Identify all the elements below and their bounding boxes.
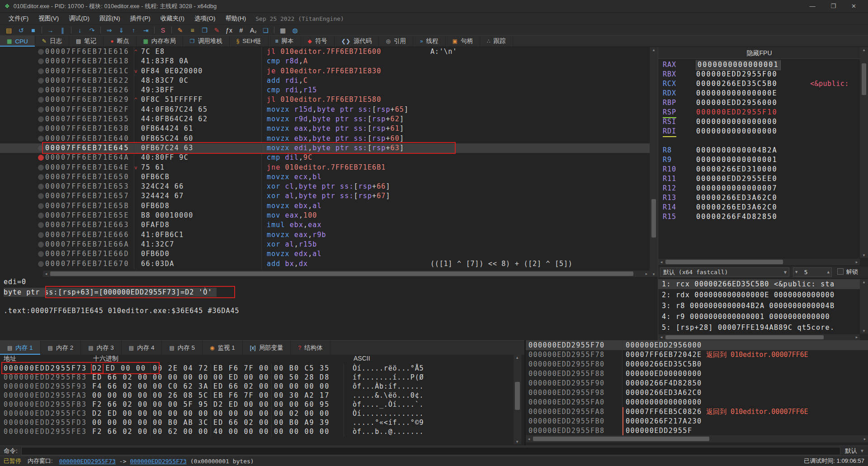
disasm-vscrollbar[interactable]: ▴ ▾ bbox=[650, 47, 658, 277]
register-row[interactable]: R15 00000266F4D82850 bbox=[658, 212, 868, 222]
toolbar-icon[interactable]: S bbox=[157, 25, 169, 35]
memory-tab[interactable]: ▤ 内存 3 bbox=[81, 341, 122, 355]
toolbar-icon[interactable]: ↓ bbox=[74, 25, 86, 35]
hex-dump-row[interactable]: 000000EDD2955FD3 00 00 00 00 00 B0 AB 3C… bbox=[0, 418, 524, 427]
register-row[interactable]: R11 000000EDD2955EE0 bbox=[658, 174, 868, 184]
breakpoint-dot[interactable] bbox=[38, 78, 44, 84]
register-row[interactable]: RBP 000000EDD2956000 bbox=[658, 98, 868, 108]
view-tab[interactable]: ◎ 引用 bbox=[379, 36, 413, 47]
breakpoint-dot[interactable] bbox=[38, 222, 44, 228]
unlock-checkbox[interactable] bbox=[837, 268, 844, 275]
toolbar-icon[interactable] bbox=[274, 27, 274, 33]
stack-row[interactable]: 000000EDD2955FB8 000000EDD2955F bbox=[526, 426, 868, 435]
breakpoint-dot[interactable] bbox=[38, 242, 44, 247]
toolbar-icon[interactable]: ∥ bbox=[57, 25, 69, 35]
breakpoint-dot[interactable] bbox=[38, 251, 44, 257]
calling-convention-select[interactable]: 默认 (x64 fastcall) ▼ bbox=[660, 267, 789, 277]
register-value[interactable]: 00000266ED3A62C0 bbox=[696, 193, 778, 203]
argument-count-stepper[interactable]: ▼ 5 ▲ bbox=[793, 267, 832, 277]
breakpoint-dot[interactable] bbox=[38, 49, 44, 55]
register-row[interactable]: R13 00000266ED3A62C0 bbox=[658, 193, 868, 203]
view-tab[interactable]: ● 断点 bbox=[104, 36, 136, 47]
toolbar-icon[interactable] bbox=[100, 27, 101, 33]
argument-row[interactable]: 1: rcx 00000266ED35C5B0 <&public: sta bbox=[658, 279, 860, 289]
register-value[interactable]: 00000266ED3A62C0 bbox=[696, 203, 778, 212]
toolbar-icon[interactable]: ✎ bbox=[211, 25, 223, 35]
hex-dump-row[interactable]: 000000EDD2955F83 ED 66 02 00 00 00 00 00… bbox=[0, 373, 524, 382]
view-tab[interactable]: ▤ 笔记 bbox=[69, 36, 104, 47]
stack-row[interactable]: 000000EDD2955FA0 0000000000000000 bbox=[526, 398, 868, 407]
memory-tab[interactable]: [x] 局部变量 bbox=[243, 341, 291, 355]
argument-row[interactable]: 3: r8 0000000000004B2A 0000000000004B bbox=[658, 301, 860, 311]
register-value[interactable]: 000000EDD2955EE0 bbox=[696, 174, 778, 184]
register-value[interactable]: 0000000000000000 bbox=[696, 127, 778, 136]
disasm-row[interactable]: 00007FF6EB71E62F 44:0FB67C24 65 movzx r1… bbox=[0, 105, 650, 114]
register-value[interactable]: 0000000000000007 bbox=[696, 184, 778, 193]
toolbar-icon[interactable] bbox=[42, 27, 42, 33]
disasm-row[interactable]: 00007FF6EB71E666 41:0FB6C1 movzx eax,r9b bbox=[0, 230, 650, 240]
chevron-down-icon[interactable]: ▼ bbox=[795, 268, 797, 276]
dump-vscrollbar[interactable]: ▴ ▾ bbox=[514, 355, 521, 444]
view-tab[interactable]: ◆ 符号 bbox=[301, 36, 335, 47]
disasm-row[interactable]: 00007FF6EB71E66A 41:32C7 xor al,r15b bbox=[0, 240, 650, 249]
toolbar-icon[interactable]: A₂ bbox=[247, 25, 259, 35]
view-tab[interactable]: ▣ 句柄 bbox=[446, 36, 480, 47]
register-row[interactable]: RSP 000000EDD2955F10 bbox=[658, 108, 868, 117]
register-row[interactable]: R9 0000000000000001 bbox=[658, 155, 868, 165]
stack-row[interactable]: 000000EDD2955FB0 00000266F217A230 bbox=[526, 417, 868, 426]
toolbar-icon[interactable]: ❒ bbox=[198, 25, 211, 35]
breakpoint-dot[interactable] bbox=[38, 184, 44, 190]
toolbar-icon[interactable] bbox=[71, 27, 71, 33]
disasm-row[interactable]: 00007FF6EB71E64E v 75 61 jne 010editor.7… bbox=[0, 163, 650, 172]
disasm-row[interactable]: 00007FF6EB71E670 66:03DA add bx,dx (([1]… bbox=[0, 259, 650, 269]
menu-item[interactable]: 跟踪(N) bbox=[94, 14, 125, 23]
breakpoint-dot[interactable] bbox=[38, 68, 44, 74]
breakpoint-dot[interactable] bbox=[38, 203, 44, 209]
breakpoint-dot[interactable] bbox=[38, 193, 44, 199]
hex-dump-row[interactable]: 000000EDD2955FE3 F2 66 02 00 00 62 00 00… bbox=[0, 427, 524, 436]
register-value[interactable]: 00000266ED35C5B0 bbox=[696, 79, 778, 89]
breakpoint-dot[interactable] bbox=[38, 145, 44, 151]
register-value[interactable]: 0000000000000001 bbox=[696, 155, 778, 165]
argument-row[interactable]: 4: r9 0000000000000001 0000000000000 bbox=[658, 312, 860, 322]
hide-fpu-button[interactable]: 隐藏FPU bbox=[658, 47, 860, 59]
breakpoint-dot[interactable] bbox=[38, 232, 44, 238]
view-tab[interactable]: ✎ 日志 bbox=[35, 36, 69, 47]
argument-row[interactable]: 5: [rsp+28] 00007FFE194AB89C qt5core. bbox=[658, 323, 860, 333]
toolbar-icon[interactable]: ↺ bbox=[15, 25, 27, 35]
memory-address-link[interactable]: 000000EDD2955F73 bbox=[57, 458, 118, 465]
menu-item[interactable]: 插件(P) bbox=[125, 14, 156, 23]
register-row[interactable]: R8 0000000000004B2A bbox=[658, 146, 868, 155]
menu-item[interactable]: 收藏夹(I) bbox=[156, 14, 189, 23]
register-value[interactable]: 000000EDD2956000 bbox=[696, 98, 778, 108]
toolbar-icon[interactable]: → bbox=[44, 25, 57, 35]
disasm-row[interactable]: 00007FF6EB71E629 ^ 0F8C 51FFFFFF jl 010e… bbox=[0, 95, 650, 105]
register-value[interactable]: 0000000000000001 bbox=[696, 60, 780, 70]
disasm-row[interactable]: 00007FF6EB71E616 ^ 7C E8 jl 010editor.7F… bbox=[0, 47, 650, 57]
register-value[interactable]: 00000266F4D82850 bbox=[696, 212, 778, 222]
disasm-row[interactable]: 00007FF6EB71E61C v 0F84 0E020000 je 010e… bbox=[0, 67, 650, 76]
hex-dump-row[interactable]: 000000EDD2955FA3 00 00 00 00 00 26 08 5C… bbox=[0, 391, 524, 400]
view-tab[interactable]: ❒ 调用堆栈 bbox=[183, 36, 230, 47]
register-row[interactable]: RBX 000000EDD2955F00 bbox=[658, 70, 868, 79]
registers-vscrollbar[interactable]: ▴ ▾ bbox=[860, 47, 868, 258]
hex-dump-row[interactable]: 000000EDD2955FC3 D2 ED 00 00 00 00 00 00… bbox=[0, 409, 524, 418]
memory-tab[interactable]: ▤ 内存 1 bbox=[0, 341, 41, 355]
breakpoint-dot[interactable] bbox=[38, 107, 44, 113]
disasm-hscrollbar[interactable]: ◂ ▸ bbox=[43, 271, 650, 277]
stack-row[interactable]: 000000EDD2955F70 000000EDD2956000 bbox=[526, 341, 868, 350]
memory-tab[interactable]: ? 结构体 bbox=[291, 341, 330, 355]
toolbar-icon[interactable]: ⇒ bbox=[103, 25, 115, 35]
disasm-row[interactable]: 00007FF6EB71E63B 0FB64424 61 movzx eax,b… bbox=[0, 124, 650, 133]
arguments-hscrollbar[interactable]: ◂ ▸ bbox=[658, 334, 860, 340]
toolbar-icon[interactable]: ▤ bbox=[3, 25, 15, 35]
argument-row[interactable]: 2: rdx 000000000000000E 0000000000000 bbox=[658, 290, 860, 300]
toolbar-icon[interactable]: # bbox=[235, 25, 247, 35]
chevron-up-icon[interactable]: ▲ bbox=[827, 268, 830, 276]
hex-dump-row[interactable]: 000000EDD2955F73 D2ED 00 00 00 2E 04 72 … bbox=[0, 364, 524, 373]
view-tab[interactable]: ▦ CPU bbox=[0, 36, 35, 47]
breakpoint-dot[interactable] bbox=[38, 261, 44, 267]
register-row[interactable]: R10 00000266ED310000 bbox=[658, 165, 868, 174]
toolbar-icon[interactable]: ✎ bbox=[174, 25, 186, 35]
stack-row[interactable]: 000000EDD2955F90 00000266F4D82850 bbox=[526, 379, 868, 388]
